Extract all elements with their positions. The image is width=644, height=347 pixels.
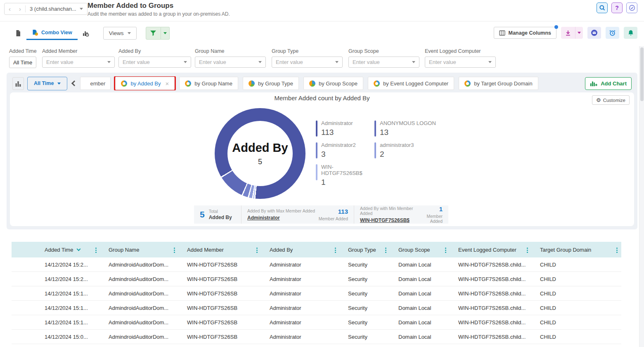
- manage-columns-button[interactable]: Manage Columns: [494, 27, 557, 39]
- filter-label: Added Time: [9, 48, 37, 54]
- title-block: Member Added to Groups Audit the member …: [88, 2, 230, 17]
- event-logged-computer-filter[interactable]: [425, 57, 496, 68]
- legend-swatch: [374, 142, 376, 158]
- add-chart-button[interactable]: Add Chart: [585, 77, 632, 90]
- column-header-target-group-domain[interactable]: Target Group Domain: [532, 242, 621, 257]
- column-header-event-logged-computer[interactable]: Event Logged Computer: [450, 242, 532, 257]
- column-menu-icon[interactable]: [527, 250, 528, 251]
- group-scope-input[interactable]: [353, 59, 410, 65]
- views-dropdown-label: Views: [109, 30, 124, 36]
- toolbar: Combo View Views Manage Columns: [0, 23, 644, 45]
- column-menu-icon[interactable]: [385, 250, 386, 251]
- group-type-input[interactable]: [276, 59, 333, 65]
- table-row[interactable]: 14/12/2024 15:2...AdmindroidAuditorDom..…: [12, 257, 621, 272]
- filter-label: Added By: [118, 48, 191, 54]
- scope-dropdown[interactable]: 3 (child.shanchan...: [26, 6, 87, 12]
- chart-tab-by-target-group-domain[interactable]: by Target Group Domain: [459, 77, 538, 90]
- summary-max-name-link[interactable]: Administrator: [247, 215, 315, 221]
- columns-icon: [499, 30, 505, 36]
- legend-item[interactable]: WIN-HDTGF7S26SB$1: [316, 164, 374, 187]
- tab-chart-view[interactable]: [78, 26, 94, 40]
- column-header-added-member[interactable]: Added Member: [179, 242, 261, 257]
- table-cell: WIN-HDTGF7S26SB.child...: [450, 334, 532, 340]
- donut-center: Added By 5: [215, 108, 305, 199]
- donut-center-label: Added By: [232, 141, 288, 155]
- manage-columns-label: Manage Columns: [509, 30, 552, 36]
- help-button[interactable]: ?: [611, 2, 623, 13]
- filter-options-button[interactable]: [161, 27, 170, 40]
- event-logged-computer-input[interactable]: [429, 59, 486, 65]
- bar-chart-icon: [15, 80, 21, 87]
- column-menu-icon[interactable]: [256, 250, 258, 251]
- report-nav-group: ‹ › 3 (child.shanchan...: [4, 3, 88, 15]
- column-menu-icon[interactable]: [174, 250, 175, 251]
- legend-item[interactable]: Administrator113: [316, 120, 374, 137]
- chart-tab-by-event-logged-computer[interactable]: by Event Logged Computer: [368, 77, 454, 90]
- table-cell: WIN-HDTGF7S26SB: [179, 290, 261, 297]
- column-menu-icon[interactable]: [445, 250, 446, 251]
- column-header-group-name[interactable]: Group Name: [100, 242, 179, 257]
- table-cell: Security: [340, 276, 390, 282]
- legend-item[interactable]: Administrator23: [316, 142, 374, 159]
- column-header-group-type[interactable]: Group Type: [340, 242, 390, 257]
- added-member-input[interactable]: [46, 59, 105, 65]
- tab-report-view[interactable]: [10, 26, 26, 40]
- column-header-added-time[interactable]: Added Time: [12, 242, 100, 257]
- chart-tab-by-group-type[interactable]: by Group Type: [243, 77, 299, 90]
- views-dropdown[interactable]: Views: [103, 27, 137, 40]
- download-button[interactable]: [561, 27, 575, 39]
- notifications-button[interactable]: [624, 27, 637, 39]
- table-cell: AdmindroidAuditorDom...: [100, 319, 179, 326]
- help-icon: ?: [615, 5, 619, 11]
- data-table: Added TimeGroup NameAdded MemberAdded By…: [12, 242, 621, 344]
- added-time-filter-button[interactable]: All Time: [9, 57, 36, 68]
- chart-tab-by-group-name[interactable]: by Group Name: [179, 77, 238, 90]
- added-member-filter[interactable]: [42, 57, 115, 68]
- legend-item[interactable]: administrator32: [374, 142, 447, 159]
- filter-group-name: Group Name: [195, 48, 266, 68]
- vertical-scrollbar[interactable]: [639, 46, 644, 347]
- message-button[interactable]: [587, 27, 601, 39]
- group-type-filter[interactable]: [272, 57, 343, 68]
- group-scope-filter[interactable]: [348, 57, 419, 68]
- added-by-input[interactable]: [123, 59, 181, 65]
- chart-tab-by-group-scope[interactable]: by Group Scope: [303, 77, 363, 90]
- alarm-button[interactable]: [606, 27, 619, 39]
- scroll-tabs-left-button[interactable]: [71, 80, 77, 86]
- column-menu-icon[interactable]: [335, 250, 336, 251]
- download-options-button[interactable]: [575, 27, 583, 39]
- donut-chart[interactable]: Added By 5: [215, 108, 305, 199]
- added-time-filter-value: All Time: [13, 59, 32, 66]
- column-menu-icon[interactable]: [616, 250, 618, 251]
- summary-min-name-link[interactable]: WIN-HDTGF7S26SB$: [360, 217, 417, 223]
- legend-label: ANONYMOUS LOGON: [380, 120, 436, 127]
- chart-tab-ember[interactable]: ember: [80, 77, 111, 90]
- nav-prev-button[interactable]: ‹: [5, 5, 15, 12]
- nav-next-button[interactable]: ›: [15, 5, 25, 12]
- table-row[interactable]: 14/12/2024 15:1...AdmindroidAuditorDom..…: [12, 286, 621, 301]
- table-row[interactable]: 14/12/2024 15:1...AdmindroidAuditorDom..…: [12, 301, 621, 315]
- sort-descending-icon[interactable]: [77, 247, 81, 251]
- column-header-added-by[interactable]: Added By: [261, 242, 340, 257]
- chart-tab-by-added-by[interactable]: by Added By×: [115, 77, 175, 90]
- table-cell: WIN-HDTGF7S26SB.child...: [450, 276, 532, 282]
- tab-combo-view[interactable]: Combo View: [26, 26, 78, 40]
- table-row[interactable]: 14/12/2024 15:1...AdmindroidAuditorDom..…: [12, 315, 621, 330]
- group-name-filter[interactable]: [195, 57, 266, 68]
- group-name-input[interactable]: [199, 59, 256, 65]
- filter-label: Group Type: [272, 48, 343, 54]
- close-icon[interactable]: ×: [165, 80, 169, 87]
- chart-list-button[interactable]: [12, 77, 24, 90]
- chart-time-filter-button[interactable]: All Time: [27, 77, 67, 90]
- added-by-filter[interactable]: [118, 57, 191, 68]
- column-header-group-scope[interactable]: Group Scope: [390, 242, 450, 257]
- scrollbar-thumb[interactable]: [640, 47, 644, 101]
- column-menu-icon[interactable]: [95, 250, 97, 251]
- audit-status-button[interactable]: [626, 2, 637, 13]
- search-button[interactable]: [597, 2, 608, 13]
- legend-item[interactable]: ANONYMOUS LOGON13: [374, 120, 447, 137]
- filter-button[interactable]: [146, 27, 161, 40]
- table-cell: Domain Local: [390, 262, 450, 268]
- table-row[interactable]: 14/12/2024 15:0...AdmindroidAuditorDom..…: [12, 330, 621, 344]
- table-row[interactable]: 14/12/2024 15:2...AdmindroidAuditorDom..…: [12, 272, 621, 286]
